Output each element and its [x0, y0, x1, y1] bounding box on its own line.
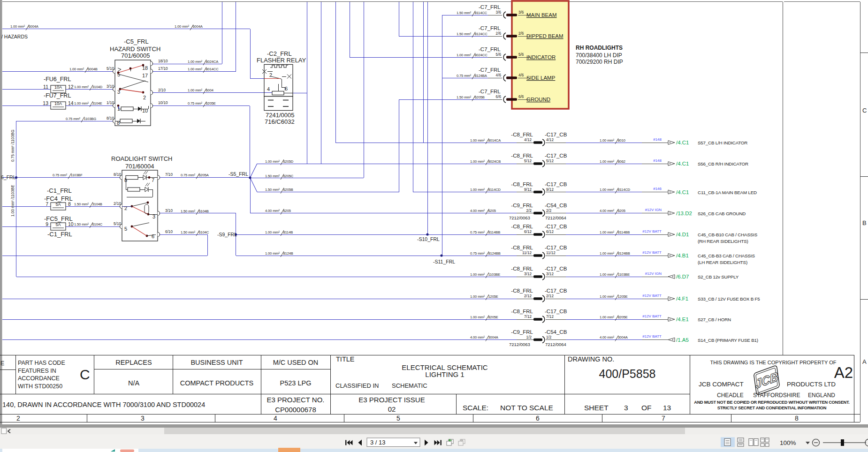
svg-text:1.00 mm²: 1.00 mm² [470, 159, 485, 164]
svg-text:-C7_FRL: -C7_FRL [479, 67, 501, 73]
svg-text:8062: 8062 [618, 159, 625, 164]
svg-text:OF: OF [641, 404, 652, 412]
svg-text:M/C USED ON: M/C USED ON [273, 359, 319, 366]
svg-text:#12V IGN: #12V IGN [645, 208, 662, 212]
svg-text:3004A: 3004A [488, 335, 499, 339]
svg-text:3/12: 3/12 [524, 272, 532, 276]
svg-text:-C8_FRL: -C8_FRL [511, 245, 533, 250]
svg-text:/4.C1: /4.C1 [676, 189, 689, 195]
svg-text:-C8_FRL: -C8_FRL [511, 309, 533, 314]
svg-text:140, DRAWN IN ACCORDANCE WITH: 140, DRAWN IN ACCORDANCE WITH 7000/3100 … [2, 401, 205, 408]
svg-text:AND MUST NOT BE COPIED OR REPR: AND MUST NOT BE COPIED OR REPRODUCED WIT… [694, 400, 849, 405]
svg-text:A2: A2 [834, 364, 853, 381]
svg-text:8205E: 8205E [488, 315, 498, 319]
svg-text:/4.F1: /4.F1 [676, 296, 688, 301]
svg-text:5/6: 5/6 [496, 53, 502, 57]
svg-text:S26_CB CAB GROUND: S26_CB CAB GROUND [698, 211, 746, 216]
svg-text:6/12: 6/12 [524, 230, 532, 234]
svg-text:2/6: 2/6 [496, 31, 502, 36]
svg-text:3104B: 3104B [92, 202, 102, 206]
svg-text:5/12: 5/12 [524, 159, 532, 163]
svg-text:6004B: 6004B [88, 67, 98, 71]
svg-text:C45_CB-B3 CAB / CHASSIS: C45_CB-B3 CAB / CHASSIS [698, 253, 755, 258]
svg-text:/4.C1: /4.C1 [676, 161, 689, 166]
svg-text:6205D: 6205D [283, 159, 294, 164]
svg-text:SCHEMATIC: SCHEMATIC [392, 382, 427, 389]
svg-text:0.75 mm²: 0.75 mm² [66, 117, 80, 121]
svg-text:1.50 mm²: 1.50 mm² [181, 230, 195, 234]
svg-text:6: 6 [285, 86, 288, 91]
svg-text:#12V IGN: #12V IGN [645, 271, 662, 276]
svg-text:2/2: 2/2 [546, 209, 552, 213]
svg-text:-C17_CB: -C17_CB [545, 245, 567, 250]
svg-text:4/6: 4/6 [518, 73, 524, 77]
svg-text:1.50 mm²: 1.50 mm² [181, 209, 195, 213]
svg-text:-S9_FRL: -S9_FRL [217, 232, 237, 237]
svg-text:/4.E1: /4.E1 [676, 316, 689, 322]
svg-text:P523 LPG: P523 LPG [280, 379, 312, 387]
svg-text:6104C: 6104C [92, 222, 103, 226]
svg-text:-C7_FRL: -C7_FRL [479, 25, 501, 31]
svg-text:1.00 mm²: 1.00 mm² [600, 138, 614, 143]
svg-text:0.75 mm²: 0.75 mm² [470, 251, 485, 256]
svg-text:#12V BATT: #12V BATT [642, 229, 662, 234]
svg-text:1.50 mm²: 1.50 mm² [457, 11, 471, 15]
svg-text:STRICTLY SECRET AND CONFIDENTI: STRICTLY SECRET AND CONFIDENTIAL INFORMA… [717, 406, 827, 410]
svg-text:SIDE LAMP: SIDE LAMP [526, 75, 556, 81]
svg-text:8124BA: 8124BA [475, 74, 487, 78]
svg-text:-C1_FRL: -C1_FRL [47, 187, 72, 194]
svg-text:C: C [80, 367, 90, 382]
svg-text:8114B: 8114B [283, 230, 293, 234]
svg-text:6104C: 6104C [199, 230, 209, 234]
svg-text:#148: #148 [653, 158, 662, 163]
svg-text:1.50 mm²: 1.50 mm² [265, 188, 280, 192]
svg-text:10: 10 [68, 221, 74, 227]
svg-text:-C17_CB: -C17_CB [545, 266, 567, 271]
svg-text:THIS DRAWING IS THE COPYRIGHT: THIS DRAWING IS THE COPYRIGHT PROPERTY O… [710, 360, 837, 365]
svg-text:0.75 mm²: 0.75 mm² [470, 230, 485, 234]
svg-text:5/12: 5/12 [546, 159, 554, 163]
svg-text:5/6: 5/6 [518, 53, 524, 57]
svg-text:8010: 8010 [618, 138, 625, 143]
svg-text:10: 10 [142, 108, 148, 113]
svg-text:6: 6 [536, 414, 540, 422]
svg-text:11: 11 [43, 84, 48, 90]
svg-text:-C17_CB: -C17_CB [545, 288, 567, 294]
svg-text:3: 3 [624, 404, 628, 412]
svg-text:-FU6_FRL: -FU6_FRL [44, 76, 71, 83]
svg-text:2: 2 [269, 72, 272, 78]
svg-text:2/12: 2/12 [524, 294, 532, 298]
svg-text:1.00 mm²: 1.00 mm² [470, 294, 485, 299]
svg-text:2: 2 [124, 205, 127, 211]
svg-text:9: 9 [46, 221, 48, 227]
svg-text:1.00 mm²: 1.00 mm² [600, 188, 614, 192]
svg-text:1.00 mm² /1103BE: 1.00 mm² /1103BE [11, 185, 15, 217]
svg-text:1.00 mm²: 1.00 mm² [175, 24, 189, 29]
svg-text:400/P5858: 400/P5858 [599, 367, 656, 380]
svg-text:6004A: 6004A [29, 24, 39, 29]
svg-text:7: 7 [662, 414, 665, 422]
svg-text:JCB COMPACT: JCB COMPACT [699, 381, 744, 388]
svg-text:4.00 mm²: 4.00 mm² [470, 335, 485, 339]
svg-text:0.75 mm²: 0.75 mm² [53, 173, 67, 177]
svg-text:-C7_FRL: -C7_FRL [479, 4, 501, 10]
svg-text:1.00 mm²: 1.00 mm² [10, 24, 25, 29]
svg-text:8124BB: 8124BB [618, 251, 630, 256]
svg-text:12: 12 [68, 84, 74, 90]
svg-text:3104D: 3104D [92, 85, 103, 89]
svg-text:PART HAS CODE: PART HAS CODE [18, 360, 65, 366]
svg-text:7: 7 [152, 177, 154, 183]
svg-text:N/A: N/A [128, 379, 140, 387]
svg-text:5: 5 [396, 414, 400, 422]
svg-text:SHEET: SHEET [584, 404, 609, 412]
svg-text:7/12: 7/12 [524, 315, 532, 319]
svg-text:6/10: 6/10 [165, 230, 173, 234]
svg-text:8114BB: 8114BB [618, 230, 630, 234]
svg-text:S2_CB 12v SUPPLY: S2_CB 12v SUPPLY [698, 274, 739, 279]
svg-text:-FU7_FRL: -FU7_FRL [44, 92, 71, 99]
svg-text:1.00 mm²: 1.00 mm² [600, 315, 614, 319]
svg-text:6205C: 6205C [283, 174, 294, 178]
svg-text:#12V BATT: #12V BATT [642, 250, 662, 255]
svg-text:3/12: 3/12 [546, 272, 554, 276]
svg-text:6205A: 6205A [199, 173, 209, 177]
